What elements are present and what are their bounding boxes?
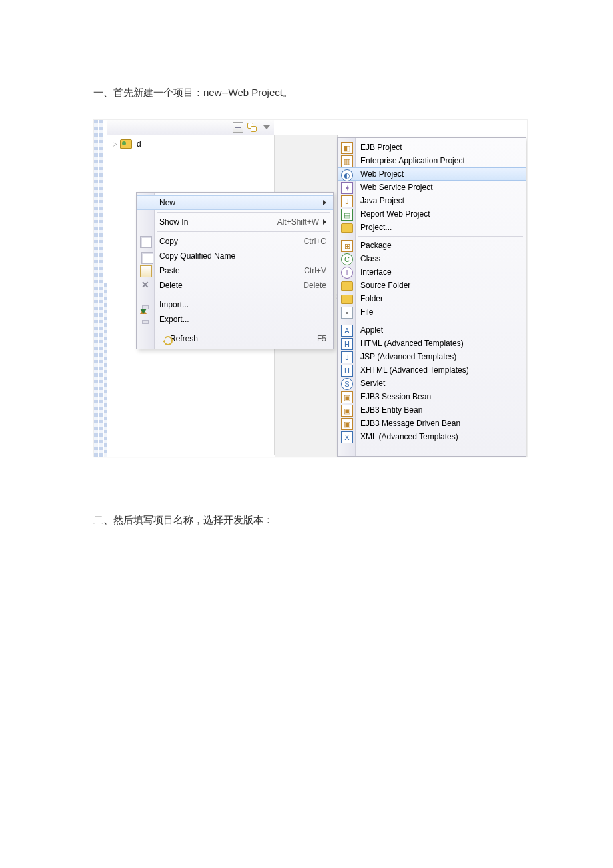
submenu-arrow-icon <box>323 219 326 225</box>
submenu-item-label: XHTML (Advanced Templates) <box>360 365 469 375</box>
heading-1: 一、首先新建一个项目：new--Web Project。 <box>93 87 523 99</box>
submenu-item-project[interactable]: Project... <box>338 221 526 234</box>
submenu-item-label: Source Folder <box>360 281 410 290</box>
menu-item-delete[interactable]: ✕ Delete Delete <box>137 278 333 293</box>
menu-item-shortcut: F5 <box>317 334 326 343</box>
java-project-icon: J <box>341 195 353 207</box>
submenu-item-source-folder[interactable]: Source Folder <box>338 279 526 292</box>
ejb3-session-icon: ▣ <box>341 391 353 403</box>
xhtml-icon: H <box>341 365 353 377</box>
submenu-item-label: Servlet <box>360 379 385 388</box>
menu-item-label: New <box>159 198 175 207</box>
delete-icon: ✕ <box>140 280 151 291</box>
submenu-item-label: Enterprise Application Project <box>360 156 465 165</box>
submenu-item-label: EJB3 Entity Bean <box>360 405 422 415</box>
submenu-item-applet[interactable]: A Applet <box>338 323 526 337</box>
servlet-icon: S <box>341 378 353 390</box>
folder-icon <box>341 295 353 304</box>
menu-item-import[interactable]: Import... <box>137 297 333 312</box>
submenu-item-web-project[interactable]: ◐ Web Project <box>338 167 526 181</box>
submenu-item-label: EJB3 Session Bean <box>360 392 431 401</box>
applet-icon: A <box>341 325 353 337</box>
submenu-item-label: Web Service Project <box>360 183 433 192</box>
menu-item-label: Copy Qualified Name <box>159 251 235 261</box>
menu-item-label: Delete <box>159 281 183 290</box>
submenu-item-interface[interactable]: I Interface <box>338 265 526 279</box>
refresh-icon <box>163 336 173 345</box>
submenu-item-ejb3-mdb[interactable]: ▣ EJB3 Message Driven Bean <box>338 417 526 430</box>
new-submenu: ◧ EJB Project ▥ Enterprise Application P… <box>337 137 526 457</box>
file-icon: ▫ <box>341 307 353 319</box>
submenu-arrow-icon <box>323 200 326 205</box>
link-editor-icon[interactable] <box>247 123 257 132</box>
ws-project-icon: ✶ <box>341 182 353 194</box>
submenu-item-ejb3-entity[interactable]: ▣ EJB3 Entity Bean <box>338 403 526 417</box>
menu-item-label: Paste <box>159 266 180 275</box>
submenu-item-file[interactable]: ▫ File <box>338 305 526 319</box>
menu-item-refresh[interactable]: Refresh F5 <box>137 331 333 346</box>
submenu-item-jsp[interactable]: J JSP (Advanced Templates) <box>338 350 526 363</box>
submenu-item-label: XML (Advanced Templates) <box>360 432 458 441</box>
ear-project-icon: ▥ <box>341 155 353 167</box>
web-project-icon: ◐ <box>341 169 353 181</box>
jsp-icon: J <box>341 351 353 363</box>
menu-item-label: Import... <box>159 300 189 309</box>
submenu-item-ejb-project[interactable]: ◧ EJB Project <box>338 141 526 154</box>
menu-separator <box>157 212 330 213</box>
view-menu-icon[interactable] <box>263 125 270 129</box>
submenu-item-ejb3-session[interactable]: ▣ EJB3 Session Bean <box>338 390 526 403</box>
submenu-item-html[interactable]: H HTML (Advanced Templates) <box>338 337 526 350</box>
ejb3-mdb-icon: ▣ <box>341 418 353 430</box>
submenu-item-label: Interface <box>360 267 392 277</box>
submenu-item-label: Java Project <box>360 196 404 205</box>
submenu-item-java-project[interactable]: J Java Project <box>338 194 526 207</box>
submenu-item-class[interactable]: C Class <box>338 252 526 265</box>
expand-tri-icon[interactable]: ▷ <box>113 141 117 147</box>
report-project-icon: ▤ <box>341 209 353 221</box>
submenu-item-xml[interactable]: X XML (Advanced Templates) <box>338 430 526 443</box>
menu-separator <box>157 329 330 329</box>
submenu-item-xhtml[interactable]: H XHTML (Advanced Templates) <box>338 363 526 377</box>
menu-item-label: Export... <box>159 315 189 324</box>
copy-qualified-icon <box>141 252 153 264</box>
submenu-item-label: JSP (Advanced Templates) <box>360 352 456 361</box>
copy-icon <box>140 236 152 248</box>
submenu-item-label: Project... <box>360 223 392 232</box>
submenu-item-ws-project[interactable]: ✶ Web Service Project <box>338 181 526 194</box>
submenu-item-label: EJB3 Message Driven Bean <box>360 419 460 428</box>
package-icon: ⊞ <box>341 240 353 252</box>
submenu-item-folder[interactable]: Folder <box>338 292 526 305</box>
submenu-item-ear-project[interactable]: ▥ Enterprise Application Project <box>338 154 526 167</box>
menu-item-paste[interactable]: Paste Ctrl+V <box>137 263 333 278</box>
submenu-item-label: File <box>360 307 373 317</box>
menu-item-label: Refresh <box>170 334 198 343</box>
xml-icon: X <box>341 431 353 443</box>
menu-item-new[interactable]: New <box>137 195 333 210</box>
export-icon <box>140 314 151 325</box>
context-menu: New Show In Alt+Shift+W Copy Ctrl+C <box>136 192 334 349</box>
menu-item-copy[interactable]: Copy Ctrl+C <box>137 234 333 249</box>
submenu-item-label: EJB Project <box>360 143 402 152</box>
ejb3-entity-icon: ▣ <box>341 405 353 417</box>
menu-item-label: Copy <box>159 237 178 246</box>
tree-root-item[interactable]: ▷ d <box>113 139 143 149</box>
ide-screenshot: ▷ d http://blog.csdn.net/ New Show In Al… <box>93 119 528 457</box>
submenu-item-servlet[interactable]: S Servlet <box>338 377 526 390</box>
ejb-project-icon: ◧ <box>341 142 353 154</box>
submenu-item-label: Web Project <box>360 169 404 179</box>
menu-item-copy-qualified[interactable]: Copy Qualified Name <box>137 249 333 263</box>
menu-item-show-in[interactable]: Show In Alt+Shift+W <box>137 215 333 229</box>
menu-item-shortcut: Delete <box>303 281 326 290</box>
menu-separator <box>157 231 330 232</box>
collapse-all-icon[interactable] <box>233 122 243 133</box>
submenu-item-label: Applet <box>360 325 383 335</box>
submenu-item-label: Folder <box>360 294 383 303</box>
submenu-item-label: Class <box>360 254 380 263</box>
menu-item-export[interactable]: Export... <box>137 312 333 327</box>
submenu-item-package[interactable]: ⊞ Package <box>338 239 526 252</box>
tree-root-label: d <box>135 139 143 149</box>
submenu-separator <box>358 236 523 237</box>
submenu-item-report-project[interactable]: ▤ Report Web Project <box>338 207 526 221</box>
panel-edge-left-3 <box>104 283 107 457</box>
menu-item-label: Show In <box>159 217 188 227</box>
